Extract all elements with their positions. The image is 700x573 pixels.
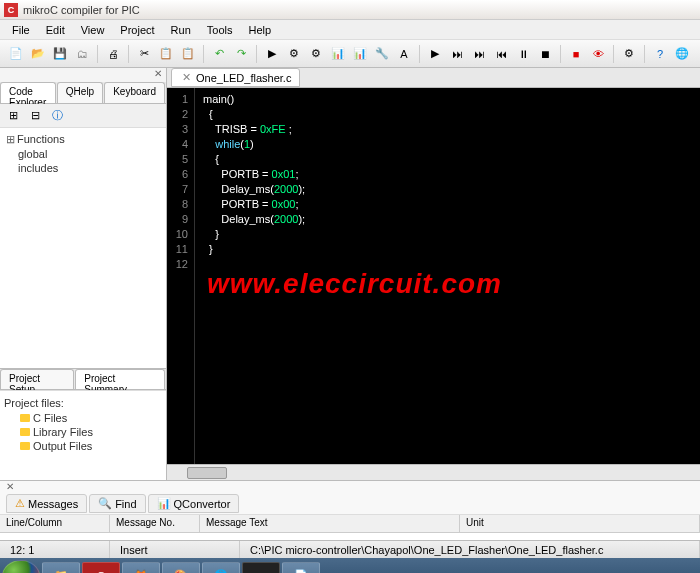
panel-close-icon[interactable]: ✕: [0, 68, 166, 82]
tree-global[interactable]: global: [4, 147, 162, 161]
separator: [560, 45, 561, 63]
tree-includes[interactable]: includes: [4, 161, 162, 175]
print-icon[interactable]: 🖨: [103, 44, 123, 64]
tool2-icon[interactable]: 📊: [350, 44, 370, 64]
col-msgtext[interactable]: Message Text: [200, 515, 460, 532]
tab-close-icon[interactable]: ✕: [180, 71, 193, 84]
pause-icon[interactable]: ⏸: [513, 44, 533, 64]
code-editor[interactable]: 123456789101112 main() { TRISB = 0xFE ; …: [167, 88, 700, 464]
build-all-icon[interactable]: ⚙: [284, 44, 304, 64]
menu-view[interactable]: View: [73, 22, 113, 38]
step-over-icon[interactable]: ⏭: [469, 44, 489, 64]
project-library-files[interactable]: Library Files: [4, 425, 162, 439]
messages-tabs: ⚠Messages 🔍Find 📊QConvertor: [0, 493, 700, 515]
app-icon: C: [4, 3, 18, 17]
tab-code-explorer[interactable]: Code Explorer: [0, 82, 56, 103]
settings-icon[interactable]: ⚙: [619, 44, 639, 64]
editor-tab-strip: ✕ One_LED_flasher.c: [167, 68, 700, 88]
tree-functions[interactable]: ⊞Functions: [4, 132, 162, 147]
stop-icon[interactable]: ⏹: [535, 44, 555, 64]
tab-keyboard[interactable]: Keyboard: [104, 82, 165, 103]
project-c-files[interactable]: C Files: [4, 411, 162, 425]
tab-messages[interactable]: ⚠Messages: [6, 494, 87, 513]
help-icon[interactable]: ?: [650, 44, 670, 64]
menu-tools[interactable]: Tools: [199, 22, 241, 38]
status-mode: Insert: [110, 541, 240, 558]
left-panel: ✕ Code Explorer QHelp Keyboard ⊞ ⊟ ⓘ ⊞Fu…: [0, 68, 167, 480]
taskbar-pickit[interactable]: PICkit: [242, 562, 280, 574]
messages-panel: ✕ ⚠Messages 🔍Find 📊QConvertor Line/Colum…: [0, 480, 700, 540]
toolbar: 📄 📂 💾 🗂 🖨 ✂ 📋 📋 ↶ ↷ ▶ ⚙ ⚙ 📊 📊 🔧 A ▶ ⏭ ⏭ …: [0, 40, 700, 68]
tab-qhelp[interactable]: QHelp: [57, 82, 103, 103]
collapse-icon[interactable]: ⊟: [26, 107, 44, 125]
col-unit[interactable]: Unit: [460, 515, 700, 532]
code-content[interactable]: main() { TRISB = 0xFE ; while(1) { PORTB…: [195, 88, 313, 464]
taskbar-explorer[interactable]: 📁: [42, 562, 80, 574]
new-file-icon[interactable]: 📄: [6, 44, 26, 64]
explorer-tabs: Code Explorer QHelp Keyboard: [0, 82, 166, 104]
window-title: mikroC compiler for PIC: [23, 4, 140, 16]
about-icon[interactable]: 🌐: [672, 44, 692, 64]
menu-run[interactable]: Run: [163, 22, 199, 38]
tab-project-summary[interactable]: Project Summary: [75, 369, 165, 389]
folder-icon: [20, 442, 30, 450]
project-output-files[interactable]: Output Files: [4, 439, 162, 453]
tab-qconvertor[interactable]: 📊QConvertor: [148, 494, 240, 513]
expand-icon[interactable]: ⊞: [4, 107, 22, 125]
step-icon[interactable]: ⏭: [447, 44, 467, 64]
tab-find[interactable]: 🔍Find: [89, 494, 145, 513]
messages-close-icon[interactable]: ✕: [0, 481, 700, 493]
run-icon[interactable]: ▶: [425, 44, 445, 64]
options-icon[interactable]: ⚙: [306, 44, 326, 64]
save-icon[interactable]: 💾: [50, 44, 70, 64]
breakpoint-icon[interactable]: ■: [566, 44, 586, 64]
menu-project[interactable]: Project: [112, 22, 162, 38]
tab-project-setup[interactable]: Project Setup: [0, 369, 74, 389]
editor-tab-label: One_LED_flasher.c: [196, 72, 291, 84]
horizontal-scrollbar[interactable]: [167, 464, 700, 480]
taskbar-mikroc[interactable]: C: [82, 562, 120, 574]
font-icon[interactable]: A: [394, 44, 414, 64]
taskbar-chrome[interactable]: 🌐: [202, 562, 240, 574]
separator: [613, 45, 614, 63]
start-button[interactable]: [2, 560, 40, 574]
project-tabs: Project Setup Project Summary: [0, 368, 166, 390]
save-all-icon[interactable]: 🗂: [72, 44, 92, 64]
col-msgno[interactable]: Message No.: [110, 515, 200, 532]
paste-icon[interactable]: 📋: [178, 44, 198, 64]
scroll-thumb[interactable]: [187, 467, 227, 479]
menu-edit[interactable]: Edit: [38, 22, 73, 38]
undo-icon[interactable]: ↶: [209, 44, 229, 64]
redo-icon[interactable]: ↷: [231, 44, 251, 64]
menu-file[interactable]: File: [4, 22, 38, 38]
project-files: Project files: C Files Library Files Out…: [0, 390, 166, 480]
tool1-icon[interactable]: 📊: [328, 44, 348, 64]
project-files-label: Project files:: [4, 395, 162, 411]
build-icon[interactable]: ▶: [262, 44, 282, 64]
separator: [203, 45, 204, 63]
folder-icon: [20, 414, 30, 422]
line-gutter: 123456789101112: [167, 88, 195, 464]
tool3-icon[interactable]: 🔧: [372, 44, 392, 64]
statusbar: 12: 1 Insert C:\PIC micro-controller\Cha…: [0, 540, 700, 558]
folder-icon: [20, 428, 30, 436]
taskbar-gimp[interactable]: 🎨: [162, 562, 200, 574]
separator: [97, 45, 98, 63]
taskbar-firefox[interactable]: 🦊: [122, 562, 160, 574]
titlebar: C mikroC compiler for PIC: [0, 0, 700, 20]
menu-help[interactable]: Help: [240, 22, 279, 38]
col-line[interactable]: Line/Column: [0, 515, 110, 532]
taskbar: 📁 C 🦊 🎨 🌐 PICkit 📄: [0, 558, 700, 573]
copy-icon[interactable]: 📋: [156, 44, 176, 64]
step-out-icon[interactable]: ⏮: [491, 44, 511, 64]
editor-tab[interactable]: ✕ One_LED_flasher.c: [171, 68, 300, 87]
status-path: C:\PIC micro-controller\Chayapol\One_LED…: [240, 541, 700, 558]
separator: [644, 45, 645, 63]
taskbar-app[interactable]: 📄: [282, 562, 320, 574]
watch-icon[interactable]: 👁: [588, 44, 608, 64]
separator: [256, 45, 257, 63]
main-area: ✕ Code Explorer QHelp Keyboard ⊞ ⊟ ⓘ ⊞Fu…: [0, 68, 700, 480]
open-icon[interactable]: 📂: [28, 44, 48, 64]
cut-icon[interactable]: ✂: [134, 44, 154, 64]
refresh-icon[interactable]: ⓘ: [48, 107, 66, 125]
